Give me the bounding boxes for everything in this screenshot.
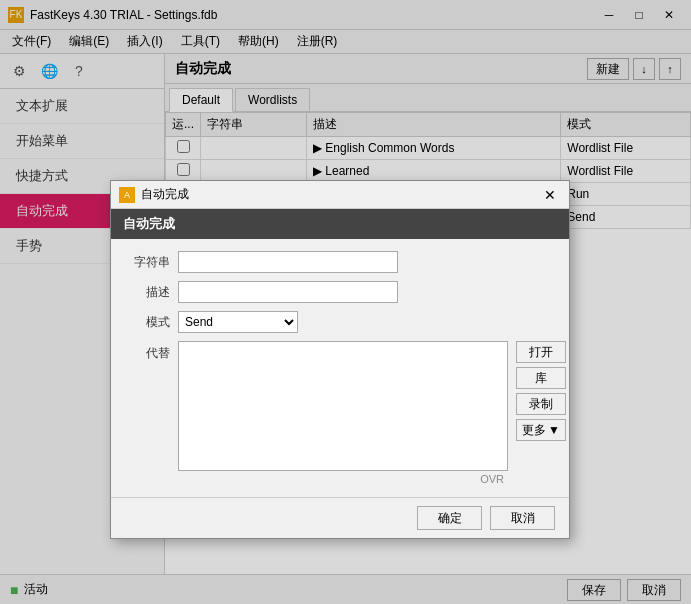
modal-body: 字符串 描述 模式 Send Run Wordlist File 代替 xyxy=(111,239,569,497)
modal-dialog: A 自动完成 ✕ 自动完成 字符串 描述 模式 xyxy=(110,180,570,539)
ovr-label: OVR xyxy=(178,473,508,485)
mode-field-row: 模式 Send Run Wordlist File xyxy=(125,311,555,333)
confirm-button[interactable]: 确定 xyxy=(417,506,482,530)
string-field-row: 字符串 xyxy=(125,251,555,273)
string-input[interactable] xyxy=(178,251,398,273)
modal-header: 自动完成 xyxy=(111,209,569,239)
modal-title-left: A 自动完成 xyxy=(119,186,189,203)
replace-field-row: 代替 OVR 打开 库 录制 更多 ▼ xyxy=(125,341,555,485)
modal-close-button[interactable]: ✕ xyxy=(539,185,561,205)
more-arrow-icon: ▼ xyxy=(548,423,560,437)
more-label: 更多 xyxy=(522,422,546,439)
library-button[interactable]: 库 xyxy=(516,367,566,389)
modal-header-title: 自动完成 xyxy=(123,216,175,231)
mode-select[interactable]: Send Run Wordlist File xyxy=(178,311,298,333)
replace-label: 代替 xyxy=(125,345,170,362)
description-input[interactable] xyxy=(178,281,398,303)
replace-textarea[interactable] xyxy=(178,341,508,471)
replace-area: OVR xyxy=(178,341,508,485)
modal-title: 自动完成 xyxy=(141,186,189,203)
string-label: 字符串 xyxy=(125,254,170,271)
mode-label: 模式 xyxy=(125,314,170,331)
modal-cancel-button[interactable]: 取消 xyxy=(490,506,555,530)
record-button[interactable]: 录制 xyxy=(516,393,566,415)
modal-title-bar: A 自动完成 ✕ xyxy=(111,181,569,209)
description-field-row: 描述 xyxy=(125,281,555,303)
modal-overlay: A 自动完成 ✕ 自动完成 字符串 描述 模式 xyxy=(0,0,691,604)
replace-buttons: 打开 库 录制 更多 ▼ xyxy=(516,341,566,441)
more-button[interactable]: 更多 ▼ xyxy=(516,419,566,441)
modal-footer: 确定 取消 xyxy=(111,497,569,538)
description-label: 描述 xyxy=(125,284,170,301)
modal-app-icon: A xyxy=(119,187,135,203)
open-button[interactable]: 打开 xyxy=(516,341,566,363)
